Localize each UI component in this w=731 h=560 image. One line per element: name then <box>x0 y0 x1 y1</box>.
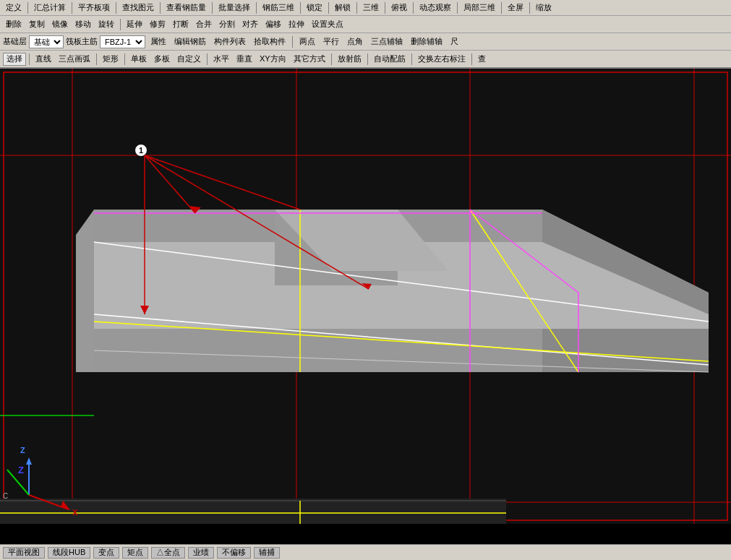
status-no-offset[interactable]: 不偏移 <box>217 547 251 559</box>
btn-3d[interactable]: 三维 <box>360 1 382 14</box>
separator <box>212 2 213 14</box>
btn-flatten[interactable]: 平齐板项 <box>75 1 113 14</box>
btn-3point-arc[interactable]: 三点画弧 <box>56 53 93 66</box>
btn-properties[interactable]: 属性 <box>148 35 169 48</box>
separator <box>27 2 28 14</box>
separator <box>457 2 458 14</box>
status-bar: 平面视图 线段HUB 变点 矩点 △全点 业绩 不偏移 辅捕 <box>0 544 731 560</box>
status-all-points[interactable]: △全点 <box>151 547 185 559</box>
toolbar-row-4: 选择 直线 三点画弧 矩形 单板 多板 自定义 水平 垂直 XY方向 其它方式 … <box>0 51 731 68</box>
status-plane-view[interactable]: 平面视图 <box>3 547 45 559</box>
btn-split[interactable]: 分割 <box>216 18 238 31</box>
btn-align[interactable]: 对齐 <box>239 18 261 31</box>
btn-trim[interactable]: 修剪 <box>147 18 168 31</box>
status-rect-point[interactable]: 矩点 <box>122 547 148 559</box>
btn-delete[interactable]: 删除 <box>3 18 25 31</box>
status-snap[interactable]: 辅捕 <box>254 547 280 559</box>
layer-select[interactable]: 基础 <box>29 35 64 48</box>
btn-offset[interactable]: 偏移 <box>262 18 284 31</box>
btn-horizontal[interactable]: 水平 <box>210 53 232 66</box>
btn-rotate[interactable]: 旋转 <box>95 18 117 31</box>
btn-define[interactable]: 定义 <box>3 1 25 14</box>
btn-line[interactable]: 直线 <box>33 53 54 66</box>
category-label: 筏板主筋 <box>66 36 98 47</box>
point-label-1: 1 <box>134 144 148 157</box>
btn-xy-direction[interactable]: XY方向 <box>257 53 289 66</box>
btn-view-rebar[interactable]: 查看钢筋量 <box>163 1 209 14</box>
btn-mirror[interactable]: 镜像 <box>49 18 71 31</box>
separator <box>385 2 385 14</box>
separator <box>328 2 329 14</box>
btn-copy[interactable]: 复制 <box>26 18 48 31</box>
svg-text:C: C <box>3 492 8 500</box>
btn-auto-rebar[interactable]: 自动配筋 <box>371 53 409 66</box>
separator <box>160 2 161 14</box>
btn-fullscreen[interactable]: 全屏 <box>505 1 526 14</box>
btn-delete-axis[interactable]: 删除辅轴 <box>408 35 445 48</box>
toolbar-row-3: 基础层 基础 筏板主筋 FBZJ-1 属性 编辑钢筋 构件列表 拾取构件 两点 … <box>0 33 731 51</box>
separator <box>292 36 293 48</box>
btn-top-view[interactable]: 俯视 <box>388 1 410 14</box>
btn-unlock[interactable]: 解锁 <box>332 1 354 14</box>
btn-set-grip[interactable]: 设置夹点 <box>309 18 346 31</box>
btn-two-points[interactable]: 两点 <box>296 35 318 48</box>
btn-break[interactable]: 打断 <box>170 18 192 31</box>
svg-marker-10 <box>76 210 94 372</box>
btn-rebar-3d[interactable]: 钢筋三维 <box>260 1 297 14</box>
btn-point-angle[interactable]: 点角 <box>344 35 366 48</box>
btn-other-method[interactable]: 其它方式 <box>291 53 328 66</box>
separator <box>529 2 530 14</box>
viewport-3d[interactable]: Z C X Z C 1 <box>0 69 731 524</box>
toolbar-row-1: 定义 汇总计算 平齐板项 查找图元 查看钢筋量 批量选择 钢筋三维 锁定 解锁 … <box>0 0 731 16</box>
svg-text:Z: Z <box>18 465 24 475</box>
btn-custom[interactable]: 自定义 <box>174 53 204 66</box>
btn-ruler[interactable]: 尺 <box>448 35 461 48</box>
separator <box>300 2 301 14</box>
separator <box>413 2 414 14</box>
btn-radial[interactable]: 放射筋 <box>335 53 364 66</box>
btn-find-element[interactable]: 查找图元 <box>119 1 157 14</box>
btn-swap-annotation[interactable]: 交换左右标注 <box>415 53 469 66</box>
separator <box>411 53 412 65</box>
svg-text:X: X <box>72 508 78 517</box>
separator <box>29 53 30 65</box>
btn-edit-rebar[interactable]: 编辑钢筋 <box>171 35 209 48</box>
btn-vertical[interactable]: 垂直 <box>234 53 255 66</box>
btn-select[interactable]: 选择 <box>3 53 26 66</box>
svg-text:Z: Z <box>20 446 25 455</box>
btn-parallel[interactable]: 平行 <box>320 35 342 48</box>
btn-single-board[interactable]: 单板 <box>128 53 150 66</box>
toolbar-row-2: 删除 复制 镜像 移动 旋转 延伸 修剪 打断 合并 分割 对齐 偏移 拉伸 设… <box>0 16 731 33</box>
separator <box>356 2 357 14</box>
separator <box>256 2 257 14</box>
separator <box>116 2 116 14</box>
btn-zoom[interactable]: 缩放 <box>533 1 555 14</box>
separator <box>471 53 472 65</box>
btn-merge[interactable]: 合并 <box>193 18 215 31</box>
viewport-svg: Z C X Z C <box>0 69 731 524</box>
btn-component-list[interactable]: 构件列表 <box>211 35 249 48</box>
btn-rectangle[interactable]: 矩形 <box>100 53 121 66</box>
btn-stretch[interactable]: 拉伸 <box>286 18 307 31</box>
btn-move[interactable]: 移动 <box>72 18 94 31</box>
btn-batch-select[interactable]: 批量选择 <box>215 1 253 14</box>
btn-dynamic-observe[interactable]: 动态观察 <box>416 1 454 14</box>
btn-lock[interactable]: 锁定 <box>304 1 325 14</box>
btn-query[interactable]: 查 <box>475 53 489 66</box>
btn-pick-component[interactable]: 拾取构件 <box>251 35 288 48</box>
status-score[interactable]: 业绩 <box>188 547 214 559</box>
status-line-hub[interactable]: 线段HUB <box>48 547 90 559</box>
layer-label: 基础层 <box>3 36 27 47</box>
separator <box>124 53 125 65</box>
btn-3point-axis[interactable]: 三点辅轴 <box>368 35 406 48</box>
status-change-point[interactable]: 变点 <box>93 547 119 559</box>
separator <box>501 2 502 14</box>
separator <box>207 53 208 65</box>
separator <box>367 53 368 65</box>
btn-summary[interactable]: 汇总计算 <box>31 1 69 14</box>
btn-local-3d[interactable]: 局部三维 <box>461 1 498 14</box>
category-select[interactable]: FBZJ-1 <box>100 35 145 48</box>
btn-extend[interactable]: 延伸 <box>124 18 145 31</box>
btn-multi-board[interactable]: 多板 <box>151 53 173 66</box>
separator <box>96 53 97 65</box>
